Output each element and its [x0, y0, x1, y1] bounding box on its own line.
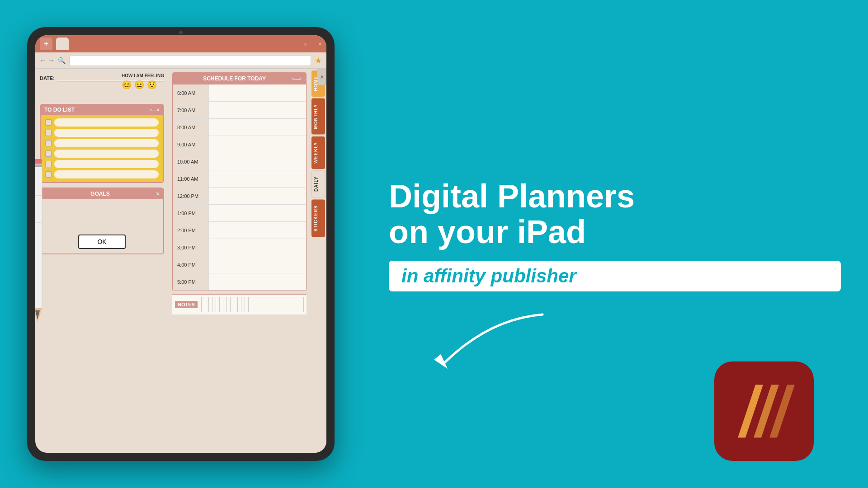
- headline-line1: Digital Planners: [389, 178, 635, 214]
- planner-main: DATE: HOW I AM FEELING 😊 😐 😟: [35, 69, 326, 453]
- todo-items: [43, 117, 160, 179]
- schedule-time: 4:00 PM: [173, 256, 209, 273]
- todo-checkbox[interactable]: [45, 130, 52, 136]
- notes-section: NOTES: [172, 294, 307, 314]
- todo-item: [45, 129, 159, 137]
- schedule-entry[interactable]: [209, 170, 306, 187]
- scroll-up-button[interactable]: ∧: [317, 69, 326, 85]
- notes-cell: [238, 297, 241, 312]
- todo-line[interactable]: [54, 170, 159, 178]
- emoji-happy[interactable]: 😊: [122, 80, 132, 90]
- todo-list-widget: TO DO LIST ○—×: [40, 104, 164, 183]
- side-tabs: HOME MONTHLY WEEKLY DAILY STICKERS: [310, 69, 326, 453]
- todo-item: [45, 170, 159, 178]
- todo-title: TO DO LIST: [44, 107, 75, 113]
- schedule-row: 8:00 AM: [173, 119, 306, 136]
- notes-cell: [220, 297, 223, 312]
- chevron-up-icon: ∧: [320, 74, 324, 80]
- schedule-row: 3:00 PM: [173, 239, 306, 256]
- main-headline: Digital Planners on your iPad: [389, 178, 841, 250]
- schedule-entry[interactable]: [209, 273, 306, 290]
- svg-rect-6: [35, 195, 42, 196]
- schedule-entry[interactable]: [209, 102, 306, 118]
- schedule-row: 2:00 PM: [173, 222, 306, 239]
- schedule-entry[interactable]: [209, 205, 306, 221]
- tab-bar-controls: ○ − ×: [303, 40, 322, 47]
- schedule-time: 9:00 AM: [173, 136, 209, 153]
- todo-header: TO DO LIST ○—×: [41, 105, 163, 115]
- url-bar[interactable]: [69, 55, 311, 66]
- nav-forward[interactable]: →: [48, 57, 54, 64]
- emoji-neutral[interactable]: 😐: [134, 80, 144, 90]
- schedule-entry[interactable]: [209, 188, 306, 204]
- window-fullscreen[interactable]: ○: [303, 40, 307, 47]
- schedule-row: 5:00 PM: [173, 273, 306, 291]
- schedule-time: 2:00 PM: [173, 222, 209, 239]
- schedule-entry[interactable]: [209, 153, 306, 170]
- nav-bar: ← → 🔍 ★: [35, 52, 326, 69]
- todo-checkbox[interactable]: [45, 119, 52, 126]
- schedule-time: 1:00 PM: [173, 205, 209, 221]
- schedule-entry[interactable]: [209, 256, 306, 273]
- todo-checkbox[interactable]: [45, 140, 52, 146]
- bookmark-star-icon[interactable]: ★: [315, 56, 322, 66]
- todo-controls[interactable]: ○—×: [150, 108, 160, 113]
- arrow-decoration: [398, 305, 570, 389]
- todo-item: [45, 150, 159, 158]
- schedule-entry[interactable]: [209, 136, 306, 153]
- tab-bar: + ○ − ×: [35, 35, 326, 52]
- svg-rect-0: [35, 164, 42, 308]
- tab-weekly[interactable]: WEEKLY: [311, 136, 325, 169]
- tab-monthly[interactable]: MONTHLY: [311, 99, 325, 135]
- svg-rect-7: [35, 222, 42, 223]
- schedule-header: SCHEDULE FOR TODAY ○—×: [173, 73, 306, 84]
- notes-grid: [201, 297, 304, 312]
- nav-back[interactable]: ←: [40, 57, 46, 64]
- affinity-publisher-icon: [714, 361, 814, 461]
- schedule-entry[interactable]: [209, 84, 306, 101]
- schedule-time: 6:00 AM: [173, 84, 209, 101]
- headline-line2: on your iPad: [389, 214, 586, 250]
- notes-cell: [231, 297, 234, 312]
- schedule-entry[interactable]: [209, 119, 306, 136]
- schedule-row: 12:00 PM: [173, 188, 306, 205]
- schedule-title: SCHEDULE FOR TODAY: [177, 75, 292, 82]
- schedule-widget: SCHEDULE FOR TODAY ○—× 6:00 AM 7:00 AM 8…: [172, 72, 307, 291]
- tablet-screen: + ○ − × ← → 🔍 ★: [35, 35, 326, 453]
- goals-close-button[interactable]: ×: [156, 190, 160, 197]
- schedule-time: 8:00 AM: [173, 119, 209, 136]
- tab-plus-button[interactable]: +: [40, 38, 52, 50]
- date-label: DATE:: [40, 75, 55, 81]
- emoji-sad[interactable]: 😟: [147, 80, 157, 90]
- notes-cell: [245, 297, 249, 312]
- schedule-time: 3:00 PM: [173, 239, 209, 256]
- window-minimize[interactable]: −: [311, 40, 315, 47]
- tab-stickers[interactable]: STICKERS: [311, 200, 325, 237]
- schedule-entry[interactable]: [209, 222, 306, 239]
- notes-cell: [241, 297, 245, 312]
- feeling-section: HOW I AM FEELING 😊 😐 😟: [122, 73, 164, 90]
- notes-cell: [216, 297, 220, 312]
- browser-tab[interactable]: [56, 38, 69, 50]
- svg-rect-5: [35, 165, 42, 167]
- todo-line[interactable]: [54, 118, 159, 127]
- todo-line[interactable]: [54, 160, 159, 168]
- schedule-time: 7:00 AM: [173, 102, 209, 118]
- todo-line[interactable]: [54, 150, 159, 158]
- window-close[interactable]: ×: [318, 40, 322, 47]
- nav-search-icon[interactable]: 🔍: [58, 57, 66, 64]
- tab-daily[interactable]: DAILY: [311, 170, 325, 197]
- schedule-controls-right[interactable]: ○—×: [292, 76, 302, 81]
- pencil-illustration: [35, 150, 49, 324]
- schedule-row: 9:00 AM: [173, 136, 306, 153]
- goals-ok-button[interactable]: OK: [78, 235, 125, 249]
- schedule-entry[interactable]: [209, 239, 306, 256]
- todo-line[interactable]: [54, 139, 159, 147]
- todo-item: [45, 118, 159, 127]
- todo-line[interactable]: [54, 129, 159, 137]
- schedule-row: 7:00 AM: [173, 102, 306, 119]
- nav-arrows: ← →: [40, 57, 54, 64]
- left-side: + ○ − × ← → 🔍 ★: [0, 0, 362, 488]
- tablet-camera: [179, 31, 183, 34]
- goals-widget: GOALS × OK: [40, 188, 164, 254]
